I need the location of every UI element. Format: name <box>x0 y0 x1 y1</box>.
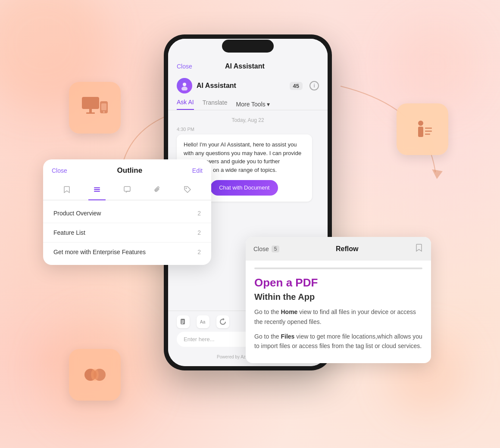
reflow-close-button[interactable]: Close 5 <box>253 246 279 252</box>
reflow-panel: Close 5 Reflow Open a PDF Within the App… <box>246 237 431 363</box>
outline-header: Close Outline Edit <box>43 159 211 179</box>
ai-info-button[interactable]: i <box>309 81 319 90</box>
svg-rect-10 <box>425 128 432 129</box>
svg-rect-6 <box>101 103 106 110</box>
outline-tab-tag[interactable] <box>179 183 196 196</box>
reflow-header: Close 5 Reflow <box>246 237 431 261</box>
devices-app-icon <box>69 82 121 134</box>
scan-app-icon <box>69 349 121 401</box>
svg-rect-24 <box>94 189 100 190</box>
tool-refresh-icon[interactable] <box>216 315 229 328</box>
outline-item[interactable]: Feature List 2 <box>43 223 211 243</box>
svg-rect-9 <box>418 127 423 137</box>
chevron-down-icon: ▾ <box>267 101 270 108</box>
devices-icon <box>80 95 110 121</box>
ai-avatar-icon <box>180 81 189 90</box>
svg-point-27 <box>186 188 187 189</box>
ai-tabs: Ask AI Translate More Tools ▾ <box>168 97 328 110</box>
reflow-subheading: Within the App <box>254 292 422 302</box>
tool-document-icon[interactable] <box>177 315 190 328</box>
tab-more-tools[interactable]: More Tools ▾ <box>236 101 270 108</box>
svg-point-17 <box>181 87 188 90</box>
svg-point-7 <box>103 111 105 113</box>
outline-item-label: Get more with Enterprise Features <box>53 249 146 255</box>
ai-assistant-name: AI Assistant <box>197 82 236 90</box>
outline-panel-title: Outline <box>117 166 143 175</box>
outline-panel: Close Outline Edit <box>43 159 211 265</box>
svg-rect-3 <box>89 109 92 112</box>
attachment-icon <box>153 185 162 194</box>
notebook-icon <box>409 115 437 143</box>
notebook-app-icon <box>397 103 448 155</box>
chat-date: Today, Aug 22 <box>177 117 319 123</box>
svg-point-8 <box>418 121 423 126</box>
tag-icon <box>183 185 192 194</box>
refresh-icon <box>219 318 226 325</box>
outline-tab-comment[interactable] <box>119 183 136 196</box>
svg-rect-26 <box>124 187 130 191</box>
outline-item[interactable]: Get more with Enterprise Features 2 <box>43 243 211 261</box>
reflow-bookmark-button[interactable] <box>415 243 423 255</box>
bookmark-outline-icon <box>415 243 423 252</box>
outline-tab-list[interactable] <box>88 183 106 196</box>
svg-rect-19 <box>181 320 184 321</box>
svg-rect-2 <box>82 97 99 109</box>
svg-rect-23 <box>94 187 100 188</box>
svg-rect-4 <box>86 112 95 114</box>
reflow-bold-files: Files <box>281 333 294 340</box>
outline-close-button[interactable]: Close <box>52 167 67 174</box>
outline-item[interactable]: Product Overview 2 <box>43 204 211 223</box>
outline-tab-bookmark[interactable] <box>58 183 75 196</box>
reflow-panel-title: Reflow <box>336 245 358 253</box>
ai-count-badge: 45 <box>290 82 303 90</box>
reflow-accent-bar <box>254 268 422 269</box>
outline-item-count: 2 <box>197 210 201 217</box>
svg-rect-12 <box>425 134 430 135</box>
tab-ask-ai[interactable]: Ask AI <box>177 99 194 110</box>
svg-rect-21 <box>181 323 183 324</box>
svg-rect-11 <box>425 131 432 132</box>
reflow-paragraph-1: Go to the Home view to find all files in… <box>254 307 422 327</box>
comment-icon <box>123 185 131 194</box>
list-icon <box>93 185 101 194</box>
outline-item-label: Product Overview <box>53 210 101 217</box>
chat-with-document-button[interactable]: Chat with Document <box>210 180 278 196</box>
outline-tab-attachment[interactable] <box>149 183 166 196</box>
outline-item-count: 2 <box>197 229 201 236</box>
tool-translate-icon[interactable]: Aa <box>197 315 209 328</box>
outline-item-label: Feature List <box>53 229 85 236</box>
scan-icon <box>81 361 109 389</box>
reflow-badge: 5 <box>272 246 280 252</box>
translate-icon: Aa <box>200 318 206 325</box>
ai-profile-row: AI Assistant 45 i <box>168 75 328 97</box>
svg-text:Aa: Aa <box>200 320 206 324</box>
phone-notch <box>222 40 274 53</box>
ai-avatar <box>177 78 192 93</box>
ai-close-button[interactable]: Close <box>177 63 192 70</box>
reflow-paragraph-2: Go to the Files view to get more file lo… <box>254 332 422 351</box>
outline-edit-button[interactable]: Edit <box>192 167 203 174</box>
tab-translate[interactable]: Translate <box>203 99 228 109</box>
outline-items: Product Overview 2 Feature List 2 Get mo… <box>43 200 211 265</box>
bookmark-icon <box>62 185 71 194</box>
chat-input-placeholder: Enter here... <box>184 336 215 342</box>
outline-tab-icons <box>43 179 211 200</box>
reflow-heading: Open a PDF <box>254 276 422 289</box>
reflow-bold-home: Home <box>281 308 297 315</box>
ai-panel-title: AI Assistant <box>225 62 265 70</box>
reflow-content: Open a PDF Within the App Go to the Home… <box>246 261 431 363</box>
svg-rect-25 <box>94 191 100 192</box>
outline-item-count: 2 <box>197 249 201 255</box>
svg-rect-20 <box>181 322 184 323</box>
svg-point-15 <box>91 369 99 381</box>
doc-icon <box>180 318 187 325</box>
blob-2 <box>392 22 478 108</box>
chat-time: 4:30 PM <box>177 127 319 132</box>
svg-point-16 <box>183 83 186 86</box>
